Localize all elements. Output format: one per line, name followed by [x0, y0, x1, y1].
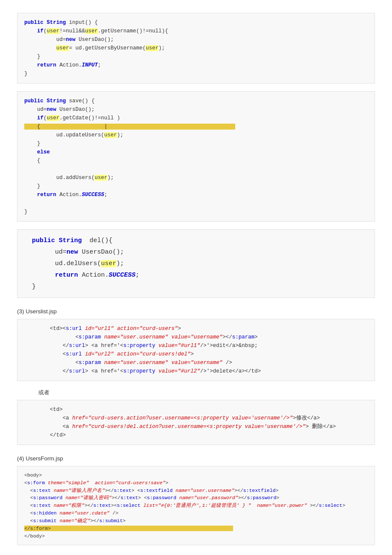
- code-block-3b: <td> <a href="curd-users.action?user.use…: [17, 400, 375, 445]
- code-block-save: public String save() { ud=new UsersDao()…: [17, 91, 375, 222]
- code-del-content: public String del(){ ud=new UsersDao(); …: [17, 229, 375, 298]
- section-3-label: (3) Userslist.jsp: [17, 308, 375, 315]
- code-3b-content: <td> <a href="curd-users.action?user.use…: [17, 400, 375, 445]
- code-save-content: public String save() { ud=new UsersDao()…: [17, 91, 375, 222]
- code-block-del: public String del(){ ud=new UsersDao(); …: [17, 229, 375, 298]
- code-block-input: public String input() { if(user!=null&&u…: [17, 13, 375, 84]
- code-input-content: public String input() { if(user!=null&&u…: [17, 13, 375, 84]
- section-4-label: (4) UsersForm.jsp: [17, 455, 375, 462]
- code-block-3: <td><s:url id="url1" action="curd-users"…: [17, 319, 375, 381]
- code-block-4: <body> <s:form theme="simple" action="cu…: [17, 466, 375, 545]
- or-label: 或者: [38, 389, 375, 396]
- code-3-content: <td><s:url id="url1" action="curd-users"…: [17, 319, 375, 381]
- code-4-content: <body> <s:form theme="simple" action="cu…: [17, 466, 375, 545]
